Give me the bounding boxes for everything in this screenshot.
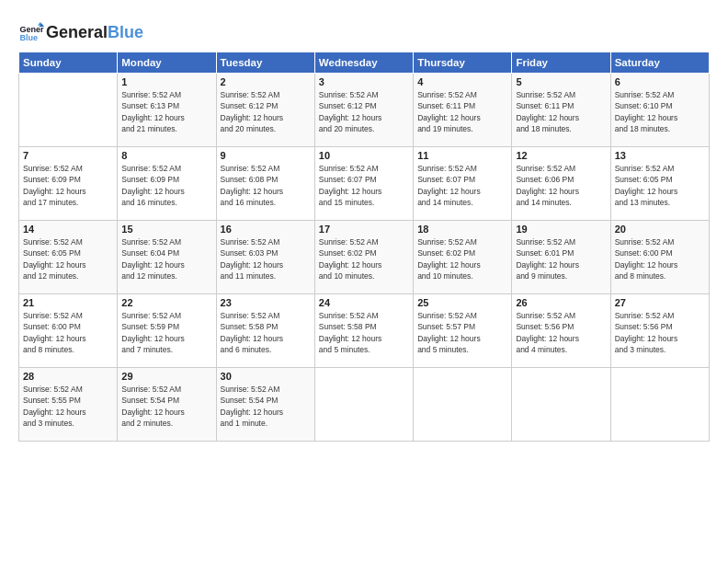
day-number: 18 bbox=[417, 224, 507, 235]
calendar-cell: 1Sunrise: 5:52 AMSunset: 6:13 PMDaylight… bbox=[118, 74, 216, 147]
cell-text: Sunrise: 5:52 AMSunset: 6:12 PMDaylight:… bbox=[319, 89, 409, 134]
day-number: 5 bbox=[516, 76, 606, 87]
cell-text: Sunrise: 5:52 AMSunset: 5:56 PMDaylight:… bbox=[615, 310, 705, 355]
day-number: 7 bbox=[23, 150, 113, 161]
calendar-cell: 21Sunrise: 5:52 AMSunset: 6:00 PMDayligh… bbox=[19, 294, 118, 368]
cell-text: Sunrise: 5:52 AMSunset: 6:07 PMDaylight:… bbox=[417, 163, 507, 208]
cell-text: Sunrise: 5:52 AMSunset: 5:59 PMDaylight:… bbox=[121, 310, 211, 355]
calendar-body: 1Sunrise: 5:52 AMSunset: 6:13 PMDaylight… bbox=[19, 74, 710, 442]
cell-text: Sunrise: 5:52 AMSunset: 5:54 PMDaylight:… bbox=[221, 384, 311, 429]
calendar-cell: 4Sunrise: 5:52 AMSunset: 6:11 PMDaylight… bbox=[414, 74, 512, 147]
calendar-cell: 5Sunrise: 5:52 AMSunset: 6:11 PMDaylight… bbox=[512, 74, 610, 147]
calendar-cell: 22Sunrise: 5:52 AMSunset: 5:59 PMDayligh… bbox=[118, 294, 216, 368]
calendar-cell: 13Sunrise: 5:52 AMSunset: 6:05 PMDayligh… bbox=[610, 147, 709, 221]
day-number: 14 bbox=[23, 224, 113, 235]
day-number: 24 bbox=[319, 297, 409, 308]
day-header-tuesday: Tuesday bbox=[216, 52, 314, 74]
calendar-cell: 14Sunrise: 5:52 AMSunset: 6:05 PMDayligh… bbox=[19, 221, 118, 294]
svg-text:Blue: Blue bbox=[19, 33, 38, 42]
cell-text: Sunrise: 5:52 AMSunset: 6:11 PMDaylight:… bbox=[417, 89, 507, 134]
day-header-monday: Monday bbox=[118, 52, 216, 74]
day-number: 2 bbox=[221, 76, 311, 87]
day-number: 30 bbox=[221, 371, 311, 382]
cell-text: Sunrise: 5:52 AMSunset: 6:11 PMDaylight:… bbox=[516, 89, 606, 134]
day-header-wednesday: Wednesday bbox=[314, 52, 413, 74]
day-number: 28 bbox=[23, 371, 113, 382]
calendar-cell: 2Sunrise: 5:52 AMSunset: 6:12 PMDaylight… bbox=[216, 74, 314, 147]
cell-text: Sunrise: 5:52 AMSunset: 6:07 PMDaylight:… bbox=[319, 163, 409, 208]
calendar-cell: 24Sunrise: 5:52 AMSunset: 5:58 PMDayligh… bbox=[314, 294, 413, 368]
day-number: 13 bbox=[615, 150, 705, 161]
calendar-cell: 19Sunrise: 5:52 AMSunset: 6:01 PMDayligh… bbox=[512, 221, 610, 294]
calendar-cell: 30Sunrise: 5:52 AMSunset: 5:54 PMDayligh… bbox=[216, 368, 314, 442]
day-header-friday: Friday bbox=[512, 52, 610, 74]
day-number: 9 bbox=[221, 150, 311, 161]
calendar-cell bbox=[512, 368, 610, 442]
day-number: 1 bbox=[121, 76, 211, 87]
calendar-cell: 8Sunrise: 5:52 AMSunset: 6:09 PMDaylight… bbox=[118, 147, 216, 221]
day-number: 29 bbox=[121, 371, 211, 382]
calendar-cell: 12Sunrise: 5:52 AMSunset: 6:06 PMDayligh… bbox=[512, 147, 610, 221]
calendar-header-row: SundayMondayTuesdayWednesdayThursdayFrid… bbox=[19, 52, 710, 74]
calendar-cell: 11Sunrise: 5:52 AMSunset: 6:07 PMDayligh… bbox=[414, 147, 512, 221]
day-number: 8 bbox=[121, 150, 211, 161]
day-number: 21 bbox=[23, 297, 113, 308]
day-number: 4 bbox=[417, 76, 507, 87]
calendar-cell bbox=[19, 74, 118, 147]
calendar-week-3: 14Sunrise: 5:52 AMSunset: 6:05 PMDayligh… bbox=[19, 221, 710, 294]
day-number: 15 bbox=[121, 224, 211, 235]
day-number: 25 bbox=[417, 297, 507, 308]
cell-text: Sunrise: 5:52 AMSunset: 6:01 PMDaylight:… bbox=[516, 236, 606, 282]
cell-text: Sunrise: 5:52 AMSunset: 6:13 PMDaylight:… bbox=[121, 89, 211, 134]
calendar-cell: 7Sunrise: 5:52 AMSunset: 6:09 PMDaylight… bbox=[19, 147, 118, 221]
calendar-cell: 16Sunrise: 5:52 AMSunset: 6:03 PMDayligh… bbox=[216, 221, 314, 294]
cell-text: Sunrise: 5:52 AMSunset: 5:56 PMDaylight:… bbox=[516, 310, 606, 355]
cell-text: Sunrise: 5:52 AMSunset: 6:08 PMDaylight:… bbox=[221, 163, 311, 208]
cell-text: Sunrise: 5:52 AMSunset: 6:06 PMDaylight:… bbox=[516, 163, 606, 208]
calendar-cell: 20Sunrise: 5:52 AMSunset: 6:00 PMDayligh… bbox=[610, 221, 709, 294]
cell-text: Sunrise: 5:52 AMSunset: 6:09 PMDaylight:… bbox=[121, 163, 211, 208]
calendar-cell: 25Sunrise: 5:52 AMSunset: 5:57 PMDayligh… bbox=[414, 294, 512, 368]
calendar-week-2: 7Sunrise: 5:52 AMSunset: 6:09 PMDaylight… bbox=[19, 147, 710, 221]
calendar-cell: 23Sunrise: 5:52 AMSunset: 5:58 PMDayligh… bbox=[216, 294, 314, 368]
day-number: 22 bbox=[121, 297, 211, 308]
day-header-saturday: Saturday bbox=[610, 52, 709, 74]
calendar-cell: 3Sunrise: 5:52 AMSunset: 6:12 PMDaylight… bbox=[314, 74, 413, 147]
cell-text: Sunrise: 5:52 AMSunset: 6:12 PMDaylight:… bbox=[221, 89, 311, 134]
day-header-thursday: Thursday bbox=[414, 52, 512, 74]
cell-text: Sunrise: 5:52 AMSunset: 6:09 PMDaylight:… bbox=[23, 163, 113, 208]
cell-text: Sunrise: 5:52 AMSunset: 6:05 PMDaylight:… bbox=[615, 163, 705, 208]
cell-text: Sunrise: 5:52 AMSunset: 6:03 PMDaylight:… bbox=[221, 236, 311, 282]
day-header-sunday: Sunday bbox=[19, 52, 118, 74]
calendar-cell: 28Sunrise: 5:52 AMSunset: 5:55 PMDayligh… bbox=[19, 368, 118, 442]
cell-text: Sunrise: 5:52 AMSunset: 5:55 PMDaylight:… bbox=[23, 384, 113, 429]
calendar-cell: 6Sunrise: 5:52 AMSunset: 6:10 PMDaylight… bbox=[610, 74, 709, 147]
cell-text: Sunrise: 5:52 AMSunset: 6:00 PMDaylight:… bbox=[23, 310, 113, 355]
day-number: 11 bbox=[417, 150, 507, 161]
day-number: 17 bbox=[319, 224, 409, 235]
cell-text: Sunrise: 5:52 AMSunset: 6:02 PMDaylight:… bbox=[417, 236, 507, 282]
logo: General Blue GeneralBlue bbox=[18, 20, 143, 46]
cell-text: Sunrise: 5:52 AMSunset: 6:02 PMDaylight:… bbox=[319, 236, 409, 282]
calendar-cell: 15Sunrise: 5:52 AMSunset: 6:04 PMDayligh… bbox=[118, 221, 216, 294]
calendar-cell: 10Sunrise: 5:52 AMSunset: 6:07 PMDayligh… bbox=[314, 147, 413, 221]
cell-text: Sunrise: 5:52 AMSunset: 6:04 PMDaylight:… bbox=[121, 236, 211, 282]
cell-text: Sunrise: 5:52 AMSunset: 6:05 PMDaylight:… bbox=[23, 236, 113, 282]
day-number: 10 bbox=[319, 150, 409, 161]
header: General Blue GeneralBlue bbox=[18, 17, 710, 46]
calendar-table: SundayMondayTuesdayWednesdayThursdayFrid… bbox=[18, 52, 710, 442]
calendar-week-1: 1Sunrise: 5:52 AMSunset: 6:13 PMDaylight… bbox=[19, 74, 710, 147]
day-number: 20 bbox=[615, 224, 705, 235]
calendar-cell: 29Sunrise: 5:52 AMSunset: 5:54 PMDayligh… bbox=[118, 368, 216, 442]
day-number: 6 bbox=[615, 76, 705, 87]
logo-text: GeneralBlue bbox=[46, 24, 143, 42]
calendar-cell bbox=[610, 368, 709, 442]
calendar-page: General Blue GeneralBlue SundayMondayTue… bbox=[0, 0, 728, 563]
day-number: 23 bbox=[221, 297, 311, 308]
calendar-cell: 9Sunrise: 5:52 AMSunset: 6:08 PMDaylight… bbox=[216, 147, 314, 221]
calendar-cell: 26Sunrise: 5:52 AMSunset: 5:56 PMDayligh… bbox=[512, 294, 610, 368]
calendar-cell bbox=[414, 368, 512, 442]
calendar-cell: 17Sunrise: 5:52 AMSunset: 6:02 PMDayligh… bbox=[314, 221, 413, 294]
calendar-cell: 18Sunrise: 5:52 AMSunset: 6:02 PMDayligh… bbox=[414, 221, 512, 294]
day-number: 12 bbox=[516, 150, 606, 161]
